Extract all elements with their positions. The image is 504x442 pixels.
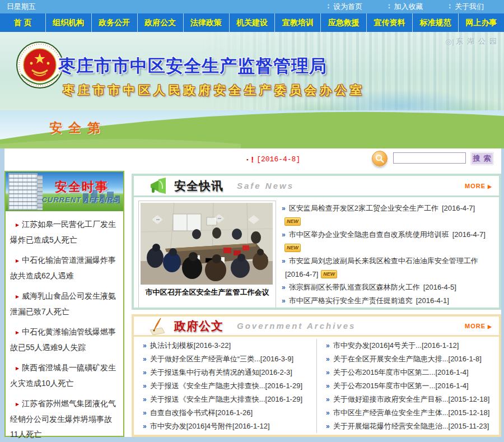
sidebar-news-text: 江苏省苏州燃气集团液化气经销分公司发生爆炸坍塌事故11人死亡 [10, 399, 116, 439]
sidebar-news-item[interactable]: ▸威海乳山食品公司发生液氨泄漏已致7人死亡 [10, 289, 119, 319]
search-button[interactable]: 搜 索 [471, 152, 493, 165]
sidebar-subtitle: CURRENT AFFAIRS [42, 196, 119, 204]
more-arrow-icon: ▶ [488, 324, 492, 329]
site-title: 枣庄市市中区安全生产监督管理局 [58, 54, 327, 78]
nav-item[interactable]: 政务公开 [92, 13, 138, 32]
sidebar-news-text: 中石化输油管道泄漏爆炸事故共造成62人遇难 [10, 255, 116, 280]
sidebar-news-text: 陕西省澄城县一硫磺矿发生火灾造成10人死亡 [10, 363, 116, 388]
doc-item-title[interactable]: 关于报送集中行动有关情况的通知 [150, 368, 259, 376]
doc-item-title[interactable]: 关于报送《安全生产隐患大排查快... [150, 395, 265, 403]
doc-item: »市中区生产经营单位安全生产主体...[2015-12-18] [326, 406, 494, 420]
chevron-bullet-icon: » [326, 342, 330, 350]
news-item-date: [2016-4-7] [285, 270, 318, 278]
search-input[interactable] [393, 152, 466, 164]
megaphone-icon [148, 178, 167, 194]
topbar-link-label: 设为首页 [333, 2, 362, 11]
doc-item-date: [2016-1-4] [435, 368, 468, 376]
news-item: »市中区安监局三项措施指导危化品企业落实安...[2016-3-31]NEW [282, 308, 493, 310]
content-panel: ▪ ! [2016-4-8] 搜 索 安全时事 CURRENT AFFAIRS [4, 148, 501, 437]
doc-item-title[interactable]: 市中安办发[2016]4号附件 [150, 422, 232, 430]
chevron-bullet-icon: » [143, 355, 147, 363]
doc-item: »执法计划模板[2016-3-22] [143, 339, 312, 352]
news-item-title[interactable]: 市中区严格实行安全生产责任提前追究 [289, 296, 413, 305]
news-photo[interactable]: 2 3 4 市中区召开全区安全生产监管工作会议 [138, 201, 276, 310]
chevron-bullet-icon: » [326, 369, 330, 376]
news-item: »市中区举办企业安全隐患自查自改系统使用培训班[2016-4-7]NEW [282, 228, 493, 254]
topbar-link[interactable]: ∶加入收藏 [388, 2, 423, 12]
arrow-bullet-icon: ▸ [16, 257, 19, 264]
doc-item-date: [2016-1-12] [232, 422, 270, 430]
doc-item-title[interactable]: 关于做好迎接市政府安全生产目标... [333, 395, 449, 403]
more-link[interactable]: MORE ▶ [465, 323, 492, 329]
doc-item: »关于做好迎接市政府安全生产目标...[2015-12-18] [326, 393, 494, 406]
news-item-title[interactable]: 区安监局检查开发区2家工贸企业安全生产工作 [289, 204, 438, 212]
nav-item[interactable]: 政府公文 [138, 13, 184, 32]
doc-item-date: [2016-3-9] [260, 355, 293, 363]
doc-item-date: [2016-3-22] [194, 341, 231, 350]
chevron-bullet-icon: » [282, 283, 286, 291]
more-label: MORE [465, 183, 486, 189]
nav-item[interactable]: 宣教培训 [275, 13, 321, 32]
doc-item-title[interactable]: 关于报送《安全生产隐患大排查快... [150, 381, 265, 390]
sidebar-news-item[interactable]: ▸江苏如皋一民营化工厂发生爆炸已造成5人死亡 [10, 217, 119, 248]
news-item-title[interactable]: 市中区举办企业安全隐患自查自改系统使用培训班 [289, 230, 449, 239]
section-title: 安全快讯 [174, 178, 223, 194]
colon-icon: ∶ [388, 2, 390, 11]
sidebar-news-item[interactable]: ▸陕西省澄城县一硫磺矿发生火灾造成10人死亡 [10, 360, 119, 391]
chevron-bullet-icon: » [143, 342, 147, 350]
news-item-title[interactable]: 张宗辉副区长带队巡查我区森林防火工作 [289, 283, 420, 291]
chevron-bullet-icon: » [282, 257, 286, 265]
sidebar-news-list: ▸江苏如皋一民营化工厂发生爆炸已造成5人死亡 ▸中石化输油管道泄漏爆炸事故共造成… [6, 211, 123, 442]
sidebar-news-text: 威海乳山食品公司发生液氨泄漏已致7人死亡 [10, 291, 116, 316]
doc-item-date: [2016-1-8] [449, 355, 482, 363]
sidebar-news-text: 中石化黄潍输油管线爆燃事故已55人遇难9人失踪 [10, 327, 116, 352]
doc-item: »关于公布2015年度市中区第一...[2016-1-4] [326, 379, 494, 393]
doc-item-title[interactable]: 市中区生产经营单位安全生产主体... [333, 408, 449, 417]
gov-docs-left-column: »执法计划模板[2016-3-22] »关于做好全区生产经营单位“三类...[2… [134, 339, 316, 433]
nav-item[interactable]: 标准规范 [413, 13, 459, 32]
chevron-bullet-icon: » [282, 231, 286, 239]
nav-item[interactable]: 网上办事 [459, 13, 504, 32]
news-item-title[interactable]: 市安监局刘忠波副局长来我区检查中石油油库安全管理工作 [289, 257, 478, 265]
doc-item-title[interactable]: 市中安办发[2016]4号关于... [333, 341, 422, 350]
gov-docs-content: »执法计划模板[2016-3-22] »关于做好全区生产经营单位“三类...[2… [134, 337, 499, 433]
safety-slogan: 安全第 [49, 119, 106, 137]
doc-item: »关于在全区开展安全生产隐患大排...[2016-1-8] [326, 352, 494, 366]
sidebar-header: 安全时事 CURRENT AFFAIRS [6, 172, 123, 211]
news-item-date: [2016-4-5] [423, 283, 456, 291]
sidebar-news-item[interactable]: ▸中石化输油管道泄漏爆炸事故共造成62人遇难 [10, 253, 119, 283]
nav-item[interactable]: 法律政策 [184, 13, 230, 32]
section-title: 政府公文 [174, 318, 223, 334]
nav-item[interactable]: 首 页 [0, 13, 46, 32]
sidebar-news-item[interactable]: ▸江苏省苏州燃气集团液化气经销分公司发生爆炸坍塌事故11人死亡 [10, 396, 119, 442]
emblem-logo [16, 41, 64, 91]
gov-docs-header: 政府公文 Government Archives MORE ▶ [134, 317, 499, 337]
chevron-bullet-icon: » [326, 409, 330, 417]
arrow-bullet-icon: ▸ [16, 400, 19, 408]
doc-item-title[interactable]: 执法计划模板 [150, 341, 194, 350]
search-icon[interactable] [372, 151, 388, 166]
doc-item-title[interactable]: 关于公布2015年度市中区第一... [333, 381, 436, 390]
nav-item[interactable]: 机关建设 [230, 13, 276, 32]
arrow-bullet-icon: ▸ [16, 292, 19, 300]
sidebar-news-item[interactable]: ▸中石化黄潍输油管线爆燃事故已55人遇难9人失踪 [10, 324, 119, 355]
doc-item-title[interactable]: 关于在全区开展安全生产隐患大排... [333, 355, 449, 363]
doc-item-title[interactable]: 关于公布2015年度市中区第二... [333, 368, 436, 376]
nav-item[interactable]: 应急救援 [321, 13, 367, 32]
doc-item: »市中安办发[2016]4号附件[2016-1-12] [143, 420, 312, 433]
sidebar-title: 安全时事 [55, 179, 109, 196]
doc-item: »关于公布2015年度市中区第二...[2016-1-4] [326, 366, 494, 379]
nav-item[interactable]: 组织机构 [46, 13, 92, 32]
doc-item-date: [2016-1-12] [422, 341, 459, 350]
doc-item-title[interactable]: 关于开展烟花爆竹经营安全隐患治... [333, 422, 449, 430]
nav-item[interactable]: 宣传资料 [367, 13, 413, 32]
corner-icon: ◎| [445, 38, 455, 46]
more-link[interactable]: MORE ▶ [465, 183, 492, 189]
doc-item-title[interactable]: 自查自改指令书式样 [150, 408, 216, 417]
colon-icon: ∶ [449, 2, 451, 11]
topbar-link[interactable]: ∶关于我们 [449, 2, 484, 12]
news-item: »市中区严格实行安全生产责任提前追究[2016-4-1]NEW [282, 294, 493, 308]
topbar-link[interactable]: ∶设为首页 [328, 2, 362, 12]
doc-item-title[interactable]: 关于做好全区生产经营单位“三类... [150, 355, 260, 363]
search-row: ▪ ! [2016-4-8] 搜 索 [4, 148, 501, 171]
